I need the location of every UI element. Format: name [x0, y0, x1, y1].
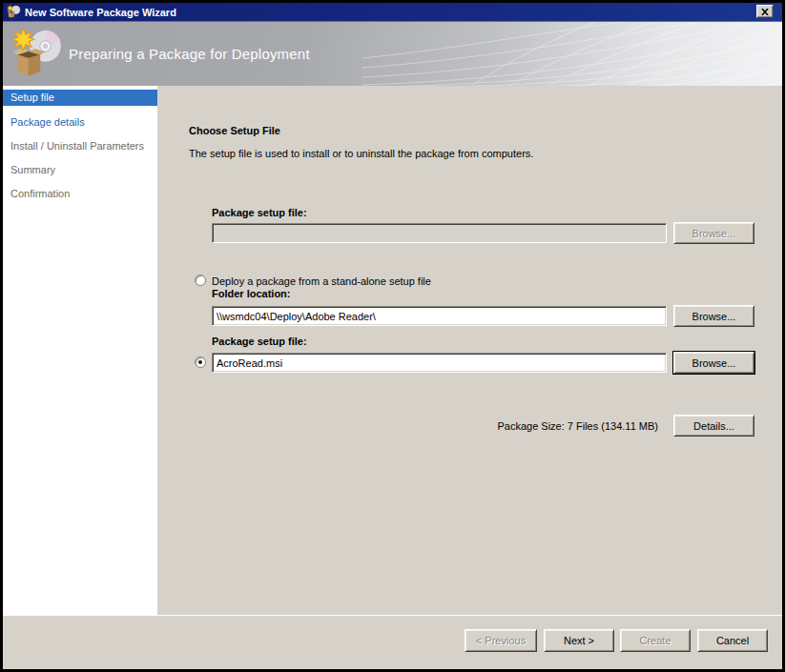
folder-setup-radio[interactable]	[195, 356, 206, 368]
cancel-button[interactable]: Cancel	[697, 629, 768, 652]
folder-location-label: Folder location:	[212, 288, 291, 299]
close-button[interactable]	[756, 5, 774, 18]
package-cd-icon	[10, 27, 65, 81]
next-button[interactable]: Next >	[544, 629, 614, 652]
page-description: The setup file is used to install or to …	[189, 148, 533, 159]
create-button: Create	[620, 629, 691, 652]
previous-button: < Previous	[465, 629, 537, 652]
sidebar-item-package-details[interactable]: Package details	[3, 114, 157, 131]
wizard-page: Choose Setup File The setup file is used…	[157, 86, 782, 615]
folder-package-browse-button[interactable]: Browse...	[673, 352, 754, 374]
banner-mesh-decoration	[362, 22, 782, 86]
wizard-steps-sidebar: Setup file Package details Install / Uni…	[3, 86, 157, 615]
standalone-setup-radio[interactable]	[195, 275, 206, 286]
folder-package-setup-file-label: Package setup file:	[212, 336, 307, 347]
footer: < Previous Next > Create Cancel	[3, 615, 782, 669]
folder-package-setup-file-input[interactable]	[212, 353, 667, 373]
standalone-package-setup-file-input	[212, 223, 667, 243]
titlebar: New Software Package Wizard	[3, 3, 782, 21]
page-title: Choose Setup File	[189, 125, 280, 136]
banner: Preparing a Package for Deployment	[3, 21, 782, 86]
window-title: New Software Package Wizard	[25, 7, 176, 18]
sidebar-item-confirmation: Confirmation	[3, 186, 157, 202]
folder-location-input[interactable]	[212, 306, 667, 326]
package-wizard-icon	[7, 5, 21, 19]
package-size-text: Package Size: 7 Files (134.11 MB)	[497, 420, 658, 432]
folder-location-browse-button[interactable]: Browse...	[673, 305, 754, 327]
sidebar-item-install-uninstall-parameters: Install / Uninstall Parameters	[3, 138, 157, 154]
wizard-window: New Software Package Wizard	[0, 0, 785, 672]
details-button[interactable]: Details...	[673, 415, 754, 437]
standalone-package-setup-file-label: Package setup file:	[212, 207, 307, 218]
sidebar-item-setup-file[interactable]: Setup file	[3, 90, 157, 106]
standalone-setup-radio-label: Deploy a package from a stand-alone setu…	[212, 275, 431, 287]
close-icon	[761, 9, 769, 15]
standalone-browse-button: Browse...	[673, 222, 754, 244]
sidebar-item-summary: Summary	[3, 162, 157, 178]
banner-title: Preparing a Package for Deployment	[69, 46, 310, 62]
